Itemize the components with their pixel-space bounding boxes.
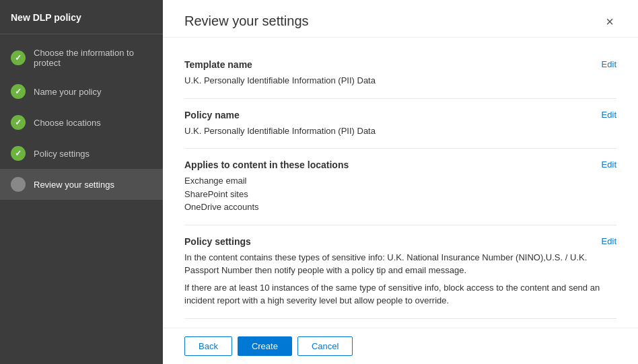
policy-settings-para-2: If there are at least 10 instances of th… <box>184 281 616 307</box>
applies-to-onedrive: OneDrive accounts <box>184 201 616 214</box>
section-template-name: Template name Edit U.K. Personally Ident… <box>184 48 616 99</box>
section-template-name-value: U.K. Personally Identifiable Information… <box>184 74 616 87</box>
footer: Back Create Cancel <box>163 328 638 364</box>
policy-settings-para-1: In the content contains these types of s… <box>184 251 616 277</box>
section-policy-name-value: U.K. Personally Identifiable Information… <box>184 124 616 138</box>
sidebar-nav: ✓ Choose the information to protect ✓ Na… <box>0 34 163 200</box>
applies-to-exchange: Exchange email <box>184 174 616 188</box>
step-icon-review-settings <box>11 177 26 192</box>
section-policy-settings-value: In the content contains these types of s… <box>184 251 616 307</box>
edit-template-name-link[interactable]: Edit <box>602 59 616 69</box>
applies-to-sharepoint: SharePoint sites <box>184 188 616 201</box>
sidebar-item-label-policy-settings: Policy settings <box>34 149 90 159</box>
step-icon-choose-locations: ✓ <box>11 115 26 130</box>
section-policy-name-header: Policy name Edit <box>184 110 616 120</box>
section-policy-settings: Policy settings Edit In the content cont… <box>184 225 616 319</box>
edit-policy-settings-link[interactable]: Edit <box>602 236 616 246</box>
main-body: Template name Edit U.K. Personally Ident… <box>163 38 638 328</box>
edit-policy-name-link[interactable]: Edit <box>602 110 616 120</box>
sidebar-item-label-review-settings: Review your settings <box>34 180 114 190</box>
section-turn-policy-on: Turn policy on after it's created? Edit … <box>184 319 616 328</box>
edit-applies-to-link[interactable]: Edit <box>602 159 616 170</box>
step-icon-name-policy: ✓ <box>11 84 26 99</box>
section-template-name-title: Template name <box>184 59 252 70</box>
create-button[interactable]: Create <box>238 336 292 356</box>
sidebar: New DLP policy ✓ Choose the information … <box>0 0 163 364</box>
sidebar-item-review-settings[interactable]: Review your settings <box>0 169 163 200</box>
main-title: Review your settings <box>184 13 309 29</box>
section-policy-settings-title: Policy settings <box>184 236 251 247</box>
section-applies-to-values: Exchange email SharePoint sites OneDrive… <box>184 174 616 214</box>
sidebar-item-choose-info[interactable]: ✓ Choose the information to protect <box>0 40 163 76</box>
step-icon-choose-info: ✓ <box>11 50 26 65</box>
sidebar-item-choose-locations[interactable]: ✓ Choose locations <box>0 107 163 138</box>
section-policy-name: Policy name Edit U.K. Personally Identif… <box>184 99 616 149</box>
sidebar-item-label-name-policy: Name your policy <box>34 87 101 97</box>
sidebar-item-policy-settings[interactable]: ✓ Policy settings <box>0 138 163 169</box>
sidebar-item-name-policy[interactable]: ✓ Name your policy <box>0 76 163 107</box>
section-template-name-header: Template name Edit <box>184 59 616 70</box>
section-applies-to-header: Applies to content in these locations Ed… <box>184 159 616 170</box>
step-icon-policy-settings: ✓ <box>11 146 26 161</box>
section-policy-settings-header: Policy settings Edit <box>184 236 616 247</box>
cancel-button[interactable]: Cancel <box>297 336 353 356</box>
main-content: Review your settings × Template name Edi… <box>163 0 638 364</box>
close-button[interactable]: × <box>603 15 616 28</box>
section-applies-to: Applies to content in these locations Ed… <box>184 149 616 225</box>
sidebar-item-label-choose-info: Choose the information to protect <box>34 48 152 68</box>
sidebar-item-label-choose-locations: Choose locations <box>34 118 101 128</box>
sidebar-header: New DLP policy <box>0 0 163 34</box>
section-policy-name-title: Policy name <box>184 110 240 120</box>
back-button[interactable]: Back <box>184 336 232 356</box>
section-applies-to-title: Applies to content in these locations <box>184 159 349 170</box>
main-header: Review your settings × <box>163 0 638 38</box>
